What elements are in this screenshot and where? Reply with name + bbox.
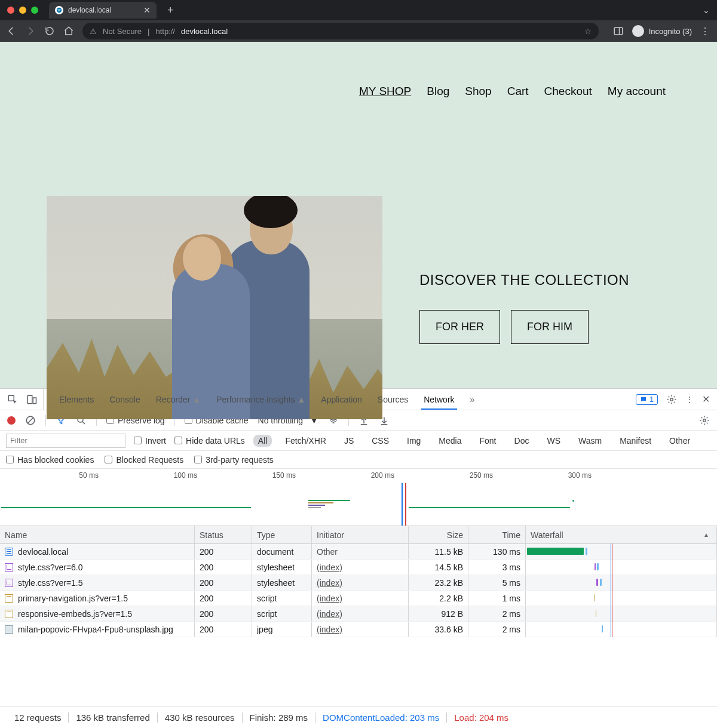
devtools-close-icon[interactable]: ✕: [702, 394, 710, 405]
for-him-button[interactable]: FOR HIM: [511, 310, 589, 344]
filter-input[interactable]: [6, 434, 125, 448]
nav-shop[interactable]: Shop: [465, 85, 491, 98]
type-all[interactable]: All: [253, 435, 272, 447]
nav-my-shop[interactable]: MY SHOP: [359, 85, 411, 98]
settings-gear-icon[interactable]: [666, 394, 677, 405]
back-icon[interactable]: [6, 26, 17, 36]
cell-initiator[interactable]: (index): [312, 560, 409, 575]
address-bar[interactable]: ⚠ Not Secure | http://devlocal.local ☆: [82, 23, 599, 39]
network-settings-icon[interactable]: [699, 415, 710, 426]
table-row[interactable]: devlocal.local200documentOther11.5 kB130…: [0, 544, 717, 560]
menu-icon[interactable]: ⋮: [700, 26, 711, 37]
table-row[interactable]: style.css?ver=1.5200stylesheet(index)23.…: [0, 575, 717, 591]
stat-finish: Finish: 289 ms: [243, 712, 316, 723]
tab-application[interactable]: Application: [321, 395, 362, 404]
col-size[interactable]: Size: [409, 526, 468, 543]
url-host: devlocal.local: [181, 27, 228, 36]
incognito-icon: [632, 25, 644, 37]
stat-transferred: 136 kB transferred: [69, 712, 157, 723]
panel-icon[interactable]: [613, 26, 624, 36]
home-icon[interactable]: [63, 26, 74, 36]
cell-initiator[interactable]: (index): [312, 591, 409, 606]
network-overview[interactable]: 50 ms 100 ms 150 ms 200 ms 250 ms 300 ms: [0, 469, 717, 526]
cell-status: 200: [195, 591, 252, 606]
tab-title: devlocal.local: [68, 6, 111, 14]
col-type[interactable]: Type: [252, 526, 312, 543]
filter-row-2: Has blocked cookies Blocked Requests 3rd…: [0, 451, 717, 469]
col-time[interactable]: Time: [468, 526, 526, 543]
tick: 100 ms: [174, 471, 197, 480]
minimize-window-icon[interactable]: [19, 7, 26, 14]
col-waterfall[interactable]: Waterfall▲: [526, 526, 717, 543]
cell-type: stylesheet: [252, 575, 312, 590]
cell-waterfall: [526, 544, 717, 559]
incognito-status[interactable]: Incognito (3): [632, 25, 692, 37]
type-js[interactable]: JS: [339, 435, 358, 447]
type-ws[interactable]: WS: [542, 435, 565, 447]
col-name[interactable]: Name: [0, 526, 195, 543]
type-fetch[interactable]: Fetch/XHR: [280, 435, 330, 447]
clear-icon[interactable]: [25, 415, 36, 426]
nav-my-account[interactable]: My account: [608, 85, 666, 98]
col-initiator[interactable]: Initiator: [312, 526, 409, 543]
cell-size: 912 B: [409, 606, 468, 621]
browser-tab[interactable]: W devlocal.local ✕: [49, 2, 157, 19]
reload-icon[interactable]: [44, 26, 55, 36]
nav-cart[interactable]: Cart: [507, 85, 529, 98]
cell-initiator[interactable]: (index): [312, 622, 409, 637]
cell-initiator[interactable]: (index): [312, 575, 409, 590]
record-icon[interactable]: [7, 416, 16, 425]
star-icon[interactable]: ☆: [584, 27, 592, 36]
tab-recorder[interactable]: Recorder ▲: [156, 395, 201, 404]
file-type-icon: [5, 625, 13, 634]
type-manifest[interactable]: Manifest: [615, 435, 656, 447]
cell-initiator[interactable]: (index): [312, 606, 409, 621]
close-tab-icon[interactable]: ✕: [143, 5, 151, 15]
nav-checkout[interactable]: Checkout: [544, 85, 592, 98]
forward-icon[interactable]: [25, 26, 36, 36]
hide-dataurls-checkbox[interactable]: Hide data URLs: [174, 436, 245, 446]
tabs-chevron-icon[interactable]: ⌄: [703, 5, 710, 15]
new-tab-icon[interactable]: +: [167, 4, 174, 17]
insecure-icon: ⚠: [90, 27, 97, 36]
blocked-requests-checkbox[interactable]: Blocked Requests: [105, 455, 183, 465]
table-row[interactable]: milan-popovic-FHvpa4-Fpu8-unsplash.jpg20…: [0, 622, 717, 637]
type-img[interactable]: Img: [402, 435, 425, 447]
fullscreen-window-icon[interactable]: [31, 7, 38, 14]
inspect-icon[interactable]: [7, 394, 18, 405]
type-font[interactable]: Font: [475, 435, 501, 447]
table-row[interactable]: style.css?ver=6.0200stylesheet(index)14.…: [0, 560, 717, 575]
device-toggle-icon[interactable]: [26, 394, 37, 405]
tab-elements[interactable]: Elements: [59, 395, 94, 404]
blocked-cookies-checkbox[interactable]: Has blocked cookies: [6, 455, 94, 465]
type-wasm[interactable]: Wasm: [574, 435, 606, 447]
tab-network[interactable]: Network: [424, 395, 454, 404]
cell-status: 200: [195, 575, 252, 590]
issues-badge[interactable]: 1: [636, 394, 658, 405]
devtools-menu-icon[interactable]: ⋮: [685, 395, 694, 404]
svg-point-6: [670, 398, 673, 401]
type-css[interactable]: CSS: [367, 435, 394, 447]
nav-blog[interactable]: Blog: [427, 85, 449, 98]
tab-sources[interactable]: Sources: [378, 395, 408, 404]
file-type-icon: [5, 610, 13, 618]
cell-status: 200: [195, 606, 252, 621]
type-media[interactable]: Media: [434, 435, 466, 447]
table-row[interactable]: primary-navigation.js?ver=1.5200script(i…: [0, 591, 717, 606]
type-other[interactable]: Other: [664, 435, 695, 447]
cell-type: script: [252, 591, 312, 606]
cell-size: 33.6 kB: [409, 622, 468, 637]
file-type-icon: [5, 579, 13, 587]
for-her-button[interactable]: FOR HER: [419, 310, 500, 344]
type-doc[interactable]: Doc: [510, 435, 534, 447]
tab-perf-insights[interactable]: Performance insights ▲: [216, 395, 305, 404]
table-row[interactable]: responsive-embeds.js?ver=1.5200script(in…: [0, 606, 717, 622]
cell-time: 2 ms: [468, 622, 526, 637]
thirdparty-checkbox[interactable]: 3rd-party requests: [194, 455, 274, 465]
col-status[interactable]: Status: [195, 526, 252, 543]
file-name: primary-navigation.js?ver=1.5: [18, 594, 128, 603]
close-window-icon[interactable]: [7, 7, 14, 14]
cell-status: 200: [195, 560, 252, 575]
tab-console[interactable]: Console: [109, 395, 140, 404]
invert-checkbox[interactable]: Invert: [134, 436, 166, 446]
